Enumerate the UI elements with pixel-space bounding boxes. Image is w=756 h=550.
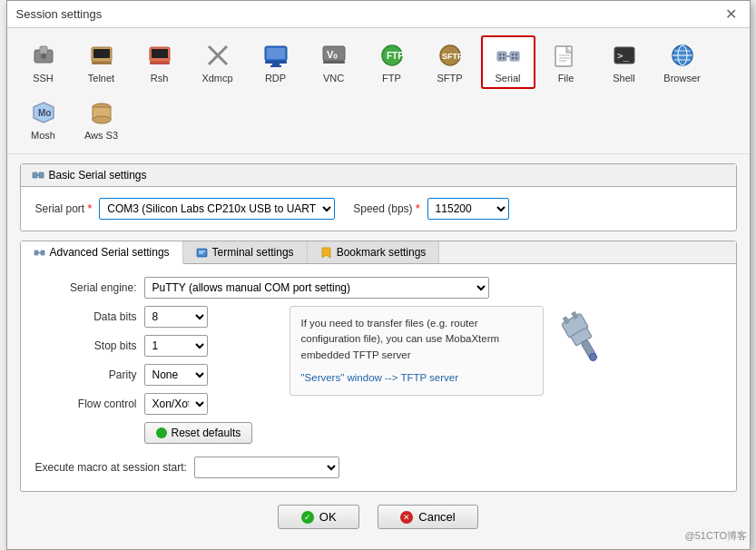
bookmark-tab-icon <box>320 247 332 259</box>
flow-control-select[interactable]: NoneXon/XoffRTS/CTSDSR/DTR <box>144 393 208 415</box>
mosh-icon: Mo <box>29 98 58 127</box>
sidebar-item-mosh[interactable]: Mo Mosh <box>16 93 71 146</box>
macro-row: Execute macro at session start: <box>35 457 722 478</box>
stop-bits-select[interactable]: 12 <box>144 335 208 357</box>
sidebar-item-serial[interactable]: Serial <box>481 35 535 89</box>
parity-select[interactable]: NoneEvenOddMarkSpace <box>144 364 208 386</box>
svg-point-27 <box>498 57 501 60</box>
engine-row: Serial engine: PuTTY (allows manual COM … <box>35 277 722 299</box>
info-text: If you need to transfer files (e.g. rout… <box>301 318 500 360</box>
basic-serial-content: Serial port * COM3 (Silicon Labs CP210x … <box>21 187 736 231</box>
stop-bits-row: Stop bits 12 <box>35 335 271 357</box>
sidebar-item-file[interactable]: File <box>539 35 594 89</box>
info-box: If you need to transfer files (e.g. rout… <box>290 306 544 396</box>
awss3-icon <box>87 98 116 127</box>
svg-point-26 <box>498 54 501 56</box>
serial-port-label: Serial port * <box>35 202 93 215</box>
sidebar-item-sftp[interactable]: SFTP SFTP <box>423 35 477 89</box>
flow-control-row: Flow control NoneXon/XoffRTS/CTSDSR/DTR <box>35 393 271 415</box>
basic-serial-box: Basic Serial settings Serial port * COM3… <box>20 163 737 231</box>
engine-select[interactable]: PuTTY (allows manual COM port setting) <box>144 277 489 299</box>
macro-select[interactable] <box>194 457 339 478</box>
speed-required: * <box>416 202 420 215</box>
rdp-label: RDP <box>265 73 286 83</box>
svg-rect-7 <box>152 49 168 58</box>
flow-control-label: Flow control <box>35 398 144 410</box>
bottom-buttons: ✓ OK ✕ Cancel <box>20 492 737 540</box>
ok-label: OK <box>319 510 337 524</box>
ftp-label: FTP <box>382 73 401 83</box>
advanced-serial-tab-icon <box>34 247 45 259</box>
rdp-icon <box>261 41 290 70</box>
tab-bookmark-label: Bookmark settings <box>337 246 427 259</box>
svg-text:V₀: V₀ <box>327 49 338 60</box>
svg-point-2 <box>41 54 46 59</box>
speed-group: Speed (bps) * 96001920038400576001152002… <box>353 198 508 220</box>
svg-marker-59 <box>322 248 330 258</box>
tab-terminal-settings[interactable]: Terminal settings <box>183 241 308 263</box>
svg-rect-5 <box>92 62 112 64</box>
close-button[interactable]: ✕ <box>722 7 741 22</box>
telnet-label: Telnet <box>88 73 114 83</box>
cancel-button[interactable]: ✕ Cancel <box>378 505 477 529</box>
parity-label: Parity <box>35 368 144 381</box>
parity-row: Parity NoneEvenOddMarkSpace <box>35 364 271 386</box>
sidebar-item-ftp[interactable]: FTP FTP <box>365 35 419 89</box>
data-bits-select[interactable]: 78 <box>144 306 208 328</box>
ftp-icon: FTP <box>378 41 407 70</box>
right-info: If you need to transfer files (e.g. rout… <box>290 306 616 396</box>
svg-rect-4 <box>93 49 110 58</box>
reset-defaults-button[interactable]: Reset defaults <box>144 422 253 444</box>
svg-rect-18 <box>323 61 345 64</box>
svg-point-29 <box>502 57 505 60</box>
ok-button[interactable]: ✓ OK <box>278 505 359 529</box>
sidebar-item-awss3[interactable]: Aws S3 <box>74 93 129 146</box>
sidebar-item-shell[interactable]: >_ Shell <box>597 35 652 89</box>
sidebar-item-browser[interactable]: Browser <box>655 35 710 89</box>
ssh-label: SSH <box>33 73 54 83</box>
sidebar-item-ssh[interactable]: SSH <box>16 35 71 89</box>
plug-decoration <box>553 306 616 378</box>
svg-text:FTP: FTP <box>387 51 404 61</box>
tabs-header: Advanced Serial settings Terminal settin… <box>21 241 736 264</box>
svg-rect-54 <box>41 250 44 255</box>
serial-icon <box>494 41 523 70</box>
reset-icon <box>156 427 167 438</box>
svg-point-33 <box>515 57 517 60</box>
sidebar-item-xdmcp[interactable]: Xdmcp <box>191 35 245 89</box>
tab-content-advanced: Serial engine: PuTTY (allows manual COM … <box>21 264 736 491</box>
reset-label: Reset defaults <box>172 427 241 439</box>
file-icon <box>552 41 581 70</box>
serial-port-select[interactable]: COM3 (Silicon Labs CP210x USB to UART Br <box>99 198 335 220</box>
tab-bookmark-settings[interactable]: Bookmark settings <box>308 241 440 263</box>
sidebar-item-rdp[interactable]: RDP <box>249 35 303 89</box>
sidebar-item-telnet[interactable]: Telnet <box>74 35 129 89</box>
engine-control: PuTTY (allows manual COM port setting) <box>144 277 722 299</box>
tabs-container: Advanced Serial settings Terminal settin… <box>20 241 737 492</box>
left-controls: Data bits 78 Stop bits 12 Parity NoneEve… <box>35 306 271 444</box>
data-bits-row: Data bits 78 <box>35 306 271 328</box>
sidebar-item-rsh[interactable]: Rsh <box>133 35 187 89</box>
info-link[interactable]: "Servers" window --> TFTP server <box>301 370 532 386</box>
basic-serial-title: Basic Serial settings <box>49 169 147 182</box>
svg-rect-13 <box>265 61 287 64</box>
ssh-icon <box>29 41 58 70</box>
tab-advanced-serial-label: Advanced Serial settings <box>50 246 170 259</box>
svg-text:>_: >_ <box>617 50 630 62</box>
session-settings-dialog: Session settings ✕ SSH Telnet Rsh <box>6 0 751 550</box>
svg-rect-8 <box>150 62 170 64</box>
svg-rect-50 <box>33 172 37 178</box>
svg-point-32 <box>515 54 517 56</box>
serial-port-required: * <box>88 202 93 215</box>
tab-advanced-serial[interactable]: Advanced Serial settings <box>21 241 183 264</box>
svg-rect-34 <box>555 46 572 66</box>
speed-select[interactable]: 9600192003840057600115200230400 <box>427 198 509 220</box>
sidebar-item-vnc[interactable]: V₀ VNC <box>307 35 361 89</box>
watermark: @51CTO博客 <box>685 529 747 543</box>
svg-rect-15 <box>270 65 281 67</box>
svg-rect-1 <box>40 46 47 54</box>
engine-label: Serial engine: <box>35 281 144 294</box>
browser-label: Browser <box>663 73 700 83</box>
plug-icon <box>557 310 612 374</box>
xdmcp-label: Xdmcp <box>201 73 232 83</box>
